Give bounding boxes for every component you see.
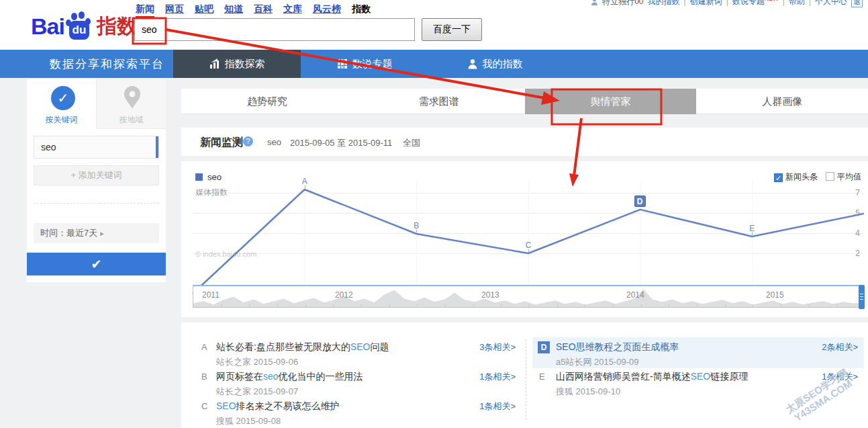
chart-point-label-B[interactable]: B — [409, 221, 423, 230]
sidebar-divider — [34, 203, 159, 204]
news-source: a5站长网 2015-09-09 — [556, 356, 639, 368]
nav-link-zhidao[interactable]: 知道 — [224, 3, 243, 17]
report-title: 新闻监测 — [200, 136, 243, 150]
report-keyword: seo — [267, 137, 281, 147]
chart-plot-area: 媒体指数 © index.baidu.com 7 5 4 2 ABCDE — [193, 181, 864, 294]
nav-link-fengyunbang[interactable]: 风云榜 — [313, 3, 341, 17]
chart-point-label-C[interactable]: C — [522, 241, 535, 250]
chart-point-tick — [528, 249, 529, 252]
nav-link-index: 指数 — [352, 3, 371, 17]
chart-point-tick — [305, 185, 305, 188]
timeline-year-label: 2011 — [202, 290, 220, 300]
news-letter: B — [201, 372, 207, 382]
news-source: 站长之家 2015-09-06 — [216, 356, 298, 368]
tab-trend-research[interactable]: 趋势研究 — [181, 89, 353, 114]
timeline-year-label: 2014 — [626, 290, 644, 300]
help-icon[interactable]: ? — [243, 136, 253, 146]
search-input[interactable] — [134, 18, 415, 41]
timeline-tick — [557, 304, 558, 307]
chart-point-label-E[interactable]: E — [745, 224, 759, 233]
bar-chart-icon — [209, 58, 220, 69]
news-title[interactable]: 山西网络营销师吴曾红-简单概述SEO链接原理 — [556, 371, 748, 383]
baidu-paw-icon: du — [66, 11, 93, 41]
logo-bai-text: Bai — [31, 13, 64, 40]
keyword-accent-bar — [156, 136, 158, 158]
username: 特立独行00 — [602, 0, 643, 7]
timeline-tick — [473, 304, 474, 307]
news-letter: C — [201, 401, 207, 411]
app-tab-label: 数说专题 — [352, 58, 393, 71]
nav-link-tieba[interactable]: 贴吧 — [195, 3, 213, 17]
top-nav: 新闻 网页 贴吧 知道 百科 文库 风云榜 指数 — [136, 3, 371, 17]
news-letter-selected-badge: D — [538, 341, 550, 353]
timeline-tick — [305, 304, 306, 307]
user-link-profile[interactable]: 个人中心 — [815, 0, 847, 7]
timeline-tick — [725, 304, 726, 307]
timeline-tick — [333, 304, 334, 307]
person-icon — [467, 58, 478, 69]
sidebar-tab-by-keyword[interactable]: ✓ 按关键词 — [27, 79, 96, 129]
news-source: 站长之家 2015-09-07 — [216, 386, 298, 398]
timeline-year-label: 2015 — [766, 290, 784, 300]
app-tab-data-topics[interactable]: 数说专题 — [321, 50, 408, 78]
related-count-link[interactable]: 1条相关> — [811, 371, 858, 383]
app-tab-my-index[interactable]: 我的指数 — [451, 50, 538, 78]
app-tab-label: 指数探索 — [225, 58, 265, 71]
timeline-navigator[interactable]: 20112012201320142015 — [193, 285, 864, 308]
user-link-help[interactable]: 帮助 — [789, 0, 805, 7]
timeline-area-silhouette — [193, 286, 863, 307]
nav-link-news[interactable]: 新闻 — [136, 3, 154, 17]
legend-swatch — [195, 173, 203, 181]
checkbox-unchecked-icon[interactable] — [826, 172, 834, 181]
add-keyword-button[interactable]: + 添加关键词 — [34, 165, 159, 185]
report-header-card: 新闻监测 ? seo 2015-09-05 至 2015-09-11 全国 — [181, 128, 868, 156]
timeline-tick — [613, 304, 614, 307]
timeline-tick — [836, 304, 837, 307]
timeline-tick — [585, 304, 585, 307]
news-title[interactable]: SEO排名来之不易该怎么维护 — [216, 400, 340, 413]
app-slogan: 数据分享和探索平台 — [50, 56, 164, 72]
baidu-search-button[interactable]: 百度一下 — [422, 18, 482, 41]
timeline-tick — [277, 304, 278, 307]
time-filter[interactable]: 时间：最近7天▸ — [34, 223, 159, 243]
sidebar-tab-by-region[interactable]: 按地域 — [96, 79, 166, 129]
app-tab-index-explore[interactable]: 指数探索 — [173, 50, 301, 78]
baidu-index-page: Bai du 指数 新闻 网页 贴吧 知道 百科 文库 风云榜 指数 百度一下 … — [0, 0, 868, 428]
timeline-tick — [809, 304, 810, 307]
legend-label: seo — [207, 172, 222, 182]
tab-demand-map[interactable]: 需求图谱 — [353, 89, 525, 114]
chart-point-tick — [416, 230, 417, 232]
nav-link-baike[interactable]: 百科 — [254, 3, 273, 17]
related-count-link[interactable]: 3条相关> — [469, 341, 516, 353]
app-tab-label: 我的指数 — [483, 58, 523, 71]
timeline-slider-handle[interactable] — [859, 285, 865, 309]
baidu-index-logo[interactable]: Bai du 指数 — [31, 11, 137, 42]
user-link-my-index[interactable]: 我的指数 — [648, 0, 680, 7]
news-title[interactable]: 站长必看:盘点那些被无限放大的SEO问题 — [216, 341, 389, 353]
nav-link-wenku[interactable]: 文库 — [283, 3, 302, 17]
keyword-sidebar: ✓ 按关键词 按地域 seo + 添加关键词 时间：最近7天▸ ✔ — [27, 79, 166, 282]
news-title[interactable]: SEO思维教程之页面生成概率 — [556, 341, 679, 353]
news-title[interactable]: 网页标签在seo优化当中的一些用法 — [216, 371, 363, 383]
related-count-link[interactable]: 2条相关> — [811, 341, 858, 353]
timeline-tick — [445, 304, 446, 307]
user-bar: 特立独行00 我的指数| 创建新词| 数说专题NEW| 帮助| 个人中心 退 — [591, 0, 863, 7]
tab-crowd-portrait[interactable]: 人群画像 — [696, 89, 868, 114]
keyword-text: seo — [41, 142, 56, 153]
related-count-link[interactable]: 1条相关> — [469, 371, 516, 383]
confirm-button[interactable]: ✔ — [27, 253, 166, 275]
report-region: 全国 — [403, 137, 420, 149]
news-letter: E — [539, 372, 545, 382]
timeline-tick — [501, 304, 501, 307]
keyword-item[interactable]: seo — [34, 136, 159, 159]
timeline-tick — [389, 304, 390, 307]
chart-point-label-A[interactable]: A — [298, 177, 311, 186]
user-link-create-word[interactable]: 创建新词 — [690, 0, 722, 7]
user-link-topics[interactable]: 数说专题NEW — [732, 0, 779, 7]
chart-point-label-D[interactable]: D — [634, 196, 646, 207]
related-count-link[interactable]: 1条相关> — [469, 400, 516, 413]
logout-button[interactable]: 退 — [851, 0, 863, 7]
nav-link-web[interactable]: 网页 — [165, 3, 184, 17]
tab-sentiment-manager[interactable]: 舆情管家 — [525, 89, 697, 114]
user-avatar-icon — [591, 0, 598, 5]
